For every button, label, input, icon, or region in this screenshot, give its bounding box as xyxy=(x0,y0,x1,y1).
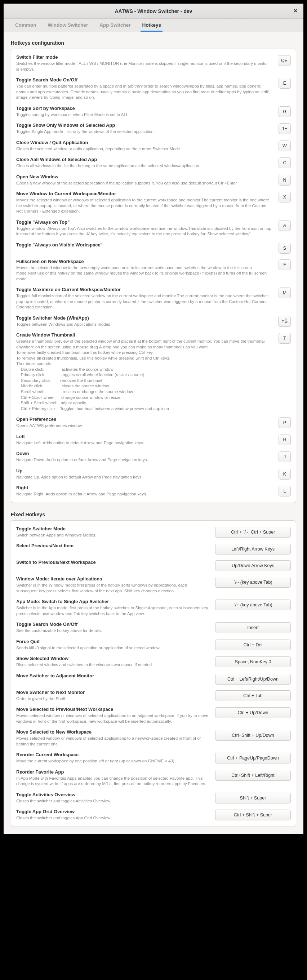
hotkey-row: Toggle Switcher Mode (Win/App)Toggles be… xyxy=(11,313,296,330)
fixed-hotkey-key: Ctrl+Shift + Left/Right xyxy=(215,770,291,781)
hotkey-title: Open New Window xyxy=(16,174,273,180)
fixed-hotkey-title: Toggle Activities Overview xyxy=(16,792,209,797)
fixed-hotkey-text: Toggle Activities OverviewCloses the swi… xyxy=(16,792,209,804)
hotkey-row: Toggle Sort by WorkspaceToggles sorting … xyxy=(11,103,296,120)
hotkey-key-button[interactable]: M xyxy=(278,288,291,298)
fixed-hotkey-title: Move Switcher to Adjacent Monitor xyxy=(16,673,209,678)
hotkey-text: UpNavigate Up. Adds option to default Ar… xyxy=(16,468,273,480)
hotkey-row: Switch Filter modeSwitches the window fi… xyxy=(11,52,296,75)
hotkey-key-button[interactable]: X xyxy=(278,192,291,202)
hotkey-row: Toggle "Always on Top"Toggles window 'Al… xyxy=(11,217,296,240)
fixed-hotkey-text: Toggle Switcher ModeSwitch between Apps … xyxy=(16,526,209,538)
fixed-hotkey-desc: Switcher is in the App mode: first press… xyxy=(16,605,209,616)
fixed-hotkey-title: Switch to Previous/Next Workspace xyxy=(16,560,209,565)
hotkey-title: Toggle Search Mode On/Off xyxy=(16,77,273,83)
tab-window-switcher[interactable]: Window Switcher xyxy=(46,19,90,32)
hotkey-title: Create Window Thumbnail xyxy=(16,332,273,337)
hotkey-text: Toggle "Always on Top"Toggles window 'Al… xyxy=(16,220,273,237)
hotkey-key-button[interactable]: P xyxy=(278,417,291,428)
hotkey-title: Open Preferences xyxy=(16,417,273,422)
fixed-hotkey-desc: Switcher is in the Window mode: first pr… xyxy=(16,582,209,594)
hotkey-text: Toggle Show Only Windows of Selected App… xyxy=(16,123,273,135)
hotkey-key-button[interactable]: F xyxy=(278,259,291,270)
hotkey-desc: Closes the selected window or quits appl… xyxy=(16,146,273,152)
hotkey-key-button[interactable]: W xyxy=(278,140,291,151)
fixed-hotkey-desc: Sends kill -9 signal to the selected apl… xyxy=(16,645,209,651)
hotkey-desc: Opens a new window of the selected appli… xyxy=(16,180,273,186)
hotkey-row: Toggle Search Mode On/OffYou can enter m… xyxy=(11,75,296,103)
hotkey-title: Up xyxy=(16,468,273,473)
fixed-hotkey-text: App Mode: Switch to Single App SwitcherS… xyxy=(16,599,209,616)
hotkey-key-button[interactable]: YŠ xyxy=(278,316,291,327)
fixed-hotkeys-card: Toggle Switcher ModeSwitch between Apps … xyxy=(11,520,296,827)
hotkey-text: Toggle Search Mode On/OffYou can enter m… xyxy=(16,77,273,100)
fixed-hotkey-text: Window Mode: Iterate over AplicationsSwi… xyxy=(16,576,209,594)
window-title: AATWS - Window Switcher - dev xyxy=(115,8,192,14)
close-button[interactable]: × xyxy=(291,7,300,16)
hotkey-key-button[interactable]: G xyxy=(278,106,291,117)
hotkey-row: Create Window ThumbnailCreates a thumbna… xyxy=(11,330,296,414)
fixed-hotkey-text: Move Switcher to Next MonitorOrder is gi… xyxy=(16,690,209,702)
fixed-hotkey-title: Move Selected to Previous/Next Workspace xyxy=(16,706,209,712)
fixed-hotkey-desc: See the customizable hotkey above for de… xyxy=(16,628,209,634)
fixed-hotkey-title: Toggle Switcher Mode xyxy=(16,526,209,531)
hotkey-text: DownNavigate Down. Adds option to defaul… xyxy=(16,451,273,463)
hotkey-row: Fullscreen on New WorkspaceMoves the sel… xyxy=(11,256,296,285)
section-title-config: Hotkeys configuration xyxy=(11,40,296,46)
hotkey-desc: Navigate Left. Adds option to default Ar… xyxy=(16,440,273,446)
fixed-hotkey-title: Force Quit xyxy=(16,639,209,644)
hotkey-text: Close Aall Windows of Selected AppCloses… xyxy=(16,157,273,169)
hotkey-text: Toggle Maximize on Current Workspce/Moni… xyxy=(16,287,273,310)
hotkey-key-button[interactable]: 1+ xyxy=(278,123,291,134)
hotkey-title: Switch Filter mode xyxy=(16,54,272,60)
fixed-hotkey-title: App Mode: Switch to Single App Switcher xyxy=(16,599,209,604)
hotkey-title: Toggle "Always on Visible Workspace" xyxy=(16,242,273,248)
fixed-hotkey-row: Toggle App Grid OverviewCloses the switc… xyxy=(11,807,296,824)
hotkey-title: Left xyxy=(16,434,273,439)
hotkey-title: Move Window to Current Workspace/Monitor xyxy=(16,191,273,196)
preferences-window: AATWS - Window Switcher - dev × Common W… xyxy=(0,0,307,838)
hotkey-key-button[interactable]: E xyxy=(278,78,291,89)
fixed-hotkey-key: Up/Down Arrow Keys xyxy=(215,560,291,571)
fixed-hotkey-text: Toggle App Grid OverviewCloses the switc… xyxy=(16,809,209,821)
fixed-hotkey-title: Move Selected to New Workspace xyxy=(16,729,209,735)
hotkey-text: Toggle "Always on Visible Workspace" xyxy=(16,242,273,248)
fixed-hotkey-desc: Switch between Apps and Windows Modes. xyxy=(16,533,209,538)
hotkey-key-button[interactable]: S xyxy=(278,243,291,254)
hotkey-desc: Toggles sorting by workspace, when Filte… xyxy=(16,112,273,118)
fixed-hotkey-text: Move Switcher to Adjacent Monitor xyxy=(16,673,209,679)
hotkey-key-button[interactable]: T xyxy=(278,333,291,344)
fixed-hotkey-desc: Move the current workspace by one positi… xyxy=(16,759,209,764)
fixed-hotkey-text: Toggle Search Mode On/OffSee the customi… xyxy=(16,622,209,634)
hotkey-row: UpNavigate Up. Adds option to default Ar… xyxy=(11,466,296,483)
fixed-hotkey-row: Move Selected to New WorkspaceMoves sele… xyxy=(11,727,296,749)
fixed-hotkey-row: Force QuitSends kill -9 signal to the se… xyxy=(11,636,296,654)
hotkey-desc: Moves the selected window or windows of … xyxy=(16,197,273,215)
tab-common[interactable]: Common xyxy=(14,19,38,32)
tab-app-switcher[interactable]: App Switcher xyxy=(98,19,132,32)
hotkey-title: Fullscreen on New Workspace xyxy=(16,259,273,264)
section-title-fixed: Fixed Hotkeys xyxy=(11,512,296,517)
hotkey-key-button[interactable]: QÉ xyxy=(278,55,291,66)
fixed-hotkey-key: Ctrl + `/~, Ctrl + Super xyxy=(215,527,291,538)
fixed-hotkey-desc: Moves selected window or windows of sele… xyxy=(16,736,209,747)
hotkey-row: DownNavigate Down. Adds option to defaul… xyxy=(11,448,296,466)
hotkey-title: Toggle Switcher Mode (Win/App) xyxy=(16,315,272,321)
hotkey-text: Toggle Switcher Mode (Win/App)Toggles be… xyxy=(16,315,272,328)
fixed-hotkey-row: Move Switcher to Adjacent MonitorCtrl + … xyxy=(11,670,296,687)
hotkey-key-button[interactable]: N xyxy=(278,175,291,186)
fixed-hotkey-row: Select Previous/Next ItemLeft/Right Arro… xyxy=(11,541,296,557)
fixed-hotkey-key: Space, NumKey 0 xyxy=(215,657,291,667)
fixed-hotkey-desc: Closes the switcher and toggles Activiti… xyxy=(16,799,209,804)
tab-hotkeys[interactable]: Hotkeys xyxy=(140,19,162,32)
hotkey-key-button[interactable]: L xyxy=(278,486,291,496)
hotkey-key-button[interactable]: H xyxy=(278,434,291,445)
hotkey-key-button[interactable]: K xyxy=(278,469,291,480)
hotkey-key-button[interactable]: C xyxy=(278,158,291,168)
hotkey-title: Right xyxy=(16,485,273,490)
fixed-hotkey-key: Ctrl + Shift + Super xyxy=(215,810,291,820)
hotkey-key-button[interactable]: J xyxy=(278,452,291,462)
hotkey-text: Toggle Sort by WorkspaceToggles sorting … xyxy=(16,105,273,118)
hotkey-key-button[interactable]: A xyxy=(278,220,291,231)
hotkey-desc: Toggles Single App mode - list only the … xyxy=(16,129,273,135)
